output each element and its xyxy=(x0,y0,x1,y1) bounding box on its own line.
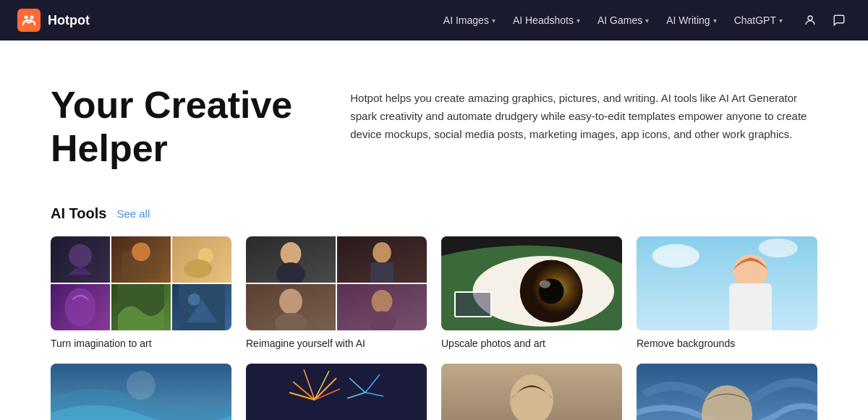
svg-point-1 xyxy=(25,16,28,20)
upscale-comparison-box xyxy=(454,291,492,317)
tool-reimagine[interactable]: Reimagine yourself with AI xyxy=(246,236,427,349)
see-all-link[interactable]: See all xyxy=(116,207,150,220)
tool-fireworks-image xyxy=(246,364,427,420)
hero-title-block: Your Creative Helper xyxy=(51,84,292,171)
mosaic-cell xyxy=(337,236,427,283)
tools-grid-row2 xyxy=(51,364,817,420)
tool-portrait[interactable] xyxy=(441,364,622,420)
mosaic-cell xyxy=(172,284,231,330)
tool-upscale[interactable]: Upscale photos and art xyxy=(441,236,622,349)
tool-upscale-label: Upscale photos and art xyxy=(441,338,622,349)
eye-visual xyxy=(441,236,622,330)
svg-point-13 xyxy=(281,242,302,265)
svg-point-6 xyxy=(132,242,150,261)
tool-imagine-label: Turn imagination to art xyxy=(51,338,231,349)
svg-point-4 xyxy=(69,244,92,267)
svg-point-14 xyxy=(276,262,305,283)
svg-point-3 xyxy=(808,16,812,20)
navigation: Hotpot AI Images ▾ AI Headshots ▾ AI Gam… xyxy=(0,0,868,40)
main-content: Your Creative Helper Hotpot helps you cr… xyxy=(22,40,846,420)
mosaic-cell xyxy=(111,236,171,283)
mosaic-cell xyxy=(51,284,110,330)
tool-painting[interactable] xyxy=(637,364,817,420)
tool-removebg[interactable]: Remove backgrounds xyxy=(637,236,817,349)
mosaic-cell xyxy=(246,236,336,283)
tool-ocean[interactable] xyxy=(51,364,231,420)
tool-removebg-image xyxy=(637,236,817,330)
tool-removebg-label: Remove backgrounds xyxy=(637,338,817,349)
tool-fireworks[interactable] xyxy=(246,364,427,420)
tool-upscale-image xyxy=(441,236,622,330)
tool-imagine-image xyxy=(51,236,231,330)
mosaic-cell xyxy=(246,284,336,330)
brand-name: Hotpot xyxy=(48,13,90,28)
nav-ai-games[interactable]: AI Games ▾ xyxy=(590,10,656,30)
tool-ocean-image xyxy=(51,364,231,420)
svg-point-18 xyxy=(275,313,307,330)
chevron-down-icon: ▾ xyxy=(713,17,717,25)
svg-point-12 xyxy=(188,293,200,305)
nav-ai-writing[interactable]: AI Writing ▾ xyxy=(659,10,723,30)
ai-tools-section: AI Tools See all xyxy=(51,205,817,420)
tool-reimagine-image xyxy=(246,236,427,330)
nav-ai-headshots[interactable]: AI Headshots ▾ xyxy=(506,10,587,30)
hero-section: Your Creative Helper Hotpot helps you cr… xyxy=(51,84,817,171)
chevron-down-icon: ▾ xyxy=(576,17,580,25)
svg-rect-33 xyxy=(246,364,427,420)
nav-chatgpt[interactable]: ChatGPT ▾ xyxy=(727,10,790,30)
chevron-down-icon: ▾ xyxy=(779,17,783,25)
svg-point-25 xyxy=(540,280,550,288)
mosaic-cell xyxy=(111,284,171,330)
svg-rect-16 xyxy=(370,262,393,283)
mosaic-cell xyxy=(51,236,110,283)
nav-user-icons xyxy=(799,9,851,32)
svg-point-19 xyxy=(372,290,393,313)
hero-description-block: Hotpot helps you create amazing graphics… xyxy=(350,84,817,171)
tool-painting-image xyxy=(637,364,817,420)
svg-point-32 xyxy=(127,371,156,400)
removebg-visual xyxy=(637,236,817,330)
user-account-icon[interactable] xyxy=(799,9,822,32)
svg-rect-30 xyxy=(729,283,772,330)
chevron-down-icon: ▾ xyxy=(492,17,495,25)
mosaic-cell xyxy=(172,236,231,283)
hero-title: Your Creative Helper xyxy=(51,84,292,171)
mosaic-cell xyxy=(337,284,427,330)
nav-ai-images[interactable]: AI Images ▾ xyxy=(436,10,503,30)
svg-point-15 xyxy=(373,242,391,263)
tools-grid-row1: Turn imagination to art xyxy=(51,236,817,349)
tool-imagine[interactable]: Turn imagination to art xyxy=(51,236,231,349)
chevron-down-icon: ▾ xyxy=(645,17,649,25)
chat-icon[interactable] xyxy=(827,9,851,32)
hero-description: Hotpot helps you create amazing graphics… xyxy=(350,90,817,143)
svg-point-8 xyxy=(184,260,211,278)
nav-brand[interactable]: Hotpot xyxy=(17,9,90,32)
tool-portrait-image xyxy=(441,364,622,420)
section-header: AI Tools See all xyxy=(51,205,817,222)
nav-links: AI Images ▾ AI Headshots ▾ AI Games ▾ AI… xyxy=(436,9,851,32)
svg-point-17 xyxy=(279,288,302,314)
svg-point-9 xyxy=(65,288,96,326)
svg-point-2 xyxy=(30,16,34,20)
section-title: AI Tools xyxy=(51,205,106,222)
svg-point-27 xyxy=(652,244,699,267)
svg-point-28 xyxy=(758,239,797,257)
svg-point-20 xyxy=(368,311,396,330)
hotpot-logo xyxy=(17,9,41,32)
tool-reimagine-label: Reimagine yourself with AI xyxy=(246,338,427,349)
